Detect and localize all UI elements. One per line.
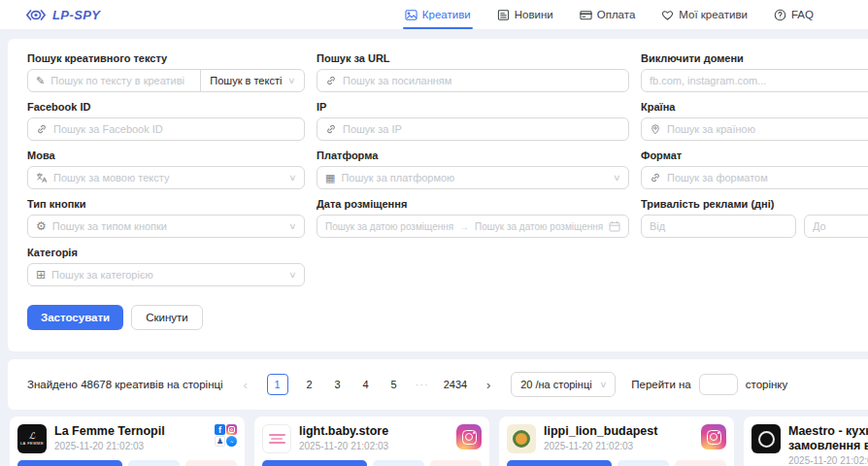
duration-to-field[interactable] xyxy=(813,220,868,232)
placement-date-to-field[interactable] xyxy=(475,221,603,232)
like-button[interactable] xyxy=(185,460,237,466)
view-button[interactable] xyxy=(128,460,180,466)
language-select[interactable] xyxy=(27,166,305,189)
creative-card[interactable]: ℒ LA FEMME La Femme Ternopil 2025-11-20 … xyxy=(10,416,245,466)
button-type-field[interactable] xyxy=(52,220,284,232)
category-field[interactable] xyxy=(51,269,284,281)
instagram-icon xyxy=(701,424,726,449)
platform-field[interactable] xyxy=(341,172,608,183)
days-active-button[interactable]: 3 days xyxy=(262,460,367,466)
duration-from-field[interactable] xyxy=(650,220,787,232)
field-duration: Тривалість реклами (дні) xyxy=(641,198,868,238)
heart-icon xyxy=(661,9,674,21)
nav-label: FAQ xyxy=(791,9,814,20)
page-button-1[interactable]: 1 xyxy=(267,374,288,395)
credit-card-icon xyxy=(580,9,592,21)
platform-select[interactable] xyxy=(317,166,629,189)
link-icon xyxy=(325,75,337,86)
nav-tab-payment[interactable]: Оплата xyxy=(580,0,636,29)
prev-page-button[interactable] xyxy=(239,375,252,394)
country-field[interactable] xyxy=(667,123,868,135)
platform-icons xyxy=(215,424,237,447)
link-icon xyxy=(650,172,661,183)
language-field[interactable] xyxy=(53,172,284,183)
reset-button[interactable]: Скинути xyxy=(131,305,203,330)
view-button[interactable] xyxy=(618,460,669,466)
nav-tab-faq[interactable]: FAQ xyxy=(774,0,814,29)
platform-icons xyxy=(456,424,482,449)
page-button-4[interactable]: 4 xyxy=(359,375,373,394)
facebook-id-field[interactable] xyxy=(53,123,296,135)
format-field[interactable] xyxy=(667,172,868,183)
page-button-5[interactable]: 5 xyxy=(387,375,401,394)
field-label: Facebook ID xyxy=(27,101,305,113)
logo-text: LP-SPY xyxy=(52,8,100,22)
platform-grid-icon xyxy=(325,173,335,183)
results-summary: Знайдено 48678 креативів на сторінці xyxy=(27,379,223,390)
page-size-value: 20 /на сторінці xyxy=(520,379,592,390)
page-button-3[interactable]: 3 xyxy=(331,375,345,394)
pagination-ellipsis[interactable]: ··· xyxy=(416,375,429,394)
field-label: Тип кнопки xyxy=(27,198,305,210)
chevron-down-icon xyxy=(614,174,620,183)
ip-input[interactable] xyxy=(317,117,629,141)
translate-icon xyxy=(36,172,48,183)
card-title: light.baby.store xyxy=(299,424,449,439)
creative-card[interactable]: lippi_lion_budapest 2025-11-20 21:02:03 … xyxy=(499,416,734,466)
view-button[interactable] xyxy=(373,460,424,466)
instagram-icon xyxy=(456,424,482,449)
nav-tab-my-creatives[interactable]: Мої креативи xyxy=(661,0,748,29)
nav-tab-creatives[interactable]: Креативи xyxy=(405,0,471,29)
category-select[interactable] xyxy=(27,263,305,286)
mode-value: Пошук в тексті xyxy=(210,75,282,86)
days-active-button[interactable]: 3 days xyxy=(17,460,122,466)
creative-card[interactable]: Maestro - кухні, ме замовлення в Ужго 20… xyxy=(744,416,868,466)
creative-text-field[interactable] xyxy=(50,75,192,86)
format-select[interactable] xyxy=(641,166,868,189)
nav-tab-news[interactable]: Новини xyxy=(497,0,553,29)
next-page-button[interactable] xyxy=(482,375,495,394)
field-label: Тривалість реклами (дні) xyxy=(641,198,868,210)
filters-panel: Пошук креативного тексту Пошук в тексті … xyxy=(8,39,868,351)
duration-to-input[interactable] xyxy=(804,215,868,238)
page-button-last[interactable]: 2434 xyxy=(444,375,467,394)
facebook-id-input[interactable] xyxy=(27,117,305,141)
card-title: La Femme Ternopil xyxy=(54,424,207,439)
page-size-select[interactable]: 20 /на сторінці xyxy=(511,372,616,397)
duration-from-input[interactable] xyxy=(641,215,796,238)
calendar-icon xyxy=(609,220,620,232)
like-button[interactable] xyxy=(675,460,726,466)
like-button[interactable] xyxy=(430,460,482,466)
page-button-2[interactable]: 2 xyxy=(303,375,317,394)
field-format: Формат xyxy=(641,150,868,189)
apply-button[interactable]: Застосувати xyxy=(27,305,123,330)
field-button-type: Тип кнопки xyxy=(27,198,305,238)
field-label: Пошук креативного тексту xyxy=(27,52,305,64)
nav-label: Новини xyxy=(515,9,553,20)
text-search-mode-select[interactable]: Пошук в тексті xyxy=(200,69,305,92)
nav-label: Оплата xyxy=(597,9,636,20)
url-input[interactable] xyxy=(317,69,629,92)
chevron-down-icon xyxy=(289,222,296,231)
country-select[interactable] xyxy=(641,117,868,141)
creative-text-input[interactable] xyxy=(27,69,201,92)
lp-spy-eye-logo-icon xyxy=(25,8,47,22)
days-active-button[interactable]: 0 days xyxy=(507,460,612,466)
goto-page-input[interactable] xyxy=(699,374,738,395)
logo[interactable]: LP-SPY xyxy=(25,8,100,22)
avatar xyxy=(262,424,291,453)
creative-card[interactable]: light.baby.store 2025-11-20 21:02:03 3 d… xyxy=(254,416,489,466)
results-bar: Знайдено 48678 креативів на сторінці 1 2… xyxy=(8,359,868,410)
pagination: 1 2 3 4 5 ··· 2434 xyxy=(239,374,495,395)
field-exclude-domains: Виключити домени xyxy=(641,52,868,92)
avatar xyxy=(507,424,536,453)
exclude-domains-field[interactable] xyxy=(650,75,868,86)
ip-field[interactable] xyxy=(343,123,620,135)
top-bar: LP-SPY Креативи Новини Оплата xyxy=(0,0,868,29)
button-type-select[interactable] xyxy=(27,215,305,238)
field-label: Країна xyxy=(641,101,868,113)
url-field[interactable] xyxy=(343,75,620,86)
placement-date-from-field[interactable] xyxy=(325,221,453,232)
placement-date-range[interactable] xyxy=(317,215,629,238)
exclude-domains-input[interactable] xyxy=(641,69,868,92)
